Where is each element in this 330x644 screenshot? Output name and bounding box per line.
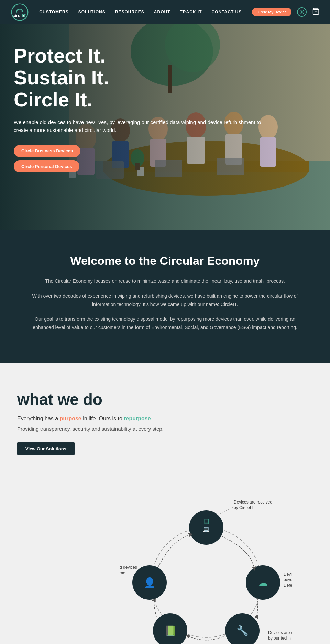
svg-text:Defense standards: Defense standards bbox=[284, 583, 292, 588]
view-solutions-button[interactable]: View Our Solutions bbox=[17, 442, 75, 455]
nav-contact-us[interactable]: CONTACT US bbox=[211, 10, 242, 14]
logo[interactable]: circle IT bbox=[10, 3, 29, 22]
svg-text:beyond Department of: beyond Department of bbox=[284, 577, 292, 582]
circle-personal-devices-button[interactable]: Circle Personal Devices bbox=[14, 160, 79, 172]
nav-track-it[interactable]: TRACK IT bbox=[180, 10, 202, 14]
cart-icon[interactable] bbox=[312, 8, 320, 17]
svg-text:🖥: 🖥 bbox=[202, 517, 210, 526]
nav-solutions[interactable]: SOLUTIONS bbox=[78, 10, 106, 14]
tagline-prefix: Everything has a bbox=[17, 416, 60, 421]
svg-text:The repurposed devices: The repurposed devices bbox=[120, 565, 137, 570]
circular-economy-para3: Our goal is to transform the existing te… bbox=[28, 315, 302, 332]
svg-text:🔧: 🔧 bbox=[236, 625, 249, 636]
header: circle IT CUSTOMERS SOLUTIONS RESOURCES … bbox=[0, 0, 330, 24]
hero-section: Protect It. Sustain It. Circle It. We en… bbox=[0, 24, 330, 230]
svg-text:by our technicians: by our technicians bbox=[268, 636, 292, 641]
hero-title: Protect It. Sustain It. Circle It. bbox=[14, 45, 316, 110]
svg-line-47 bbox=[220, 507, 234, 514]
what-we-do-tagline: Everything has a purpose in life. Ours i… bbox=[17, 414, 313, 423]
svg-text:Devices are repaired: Devices are repaired bbox=[268, 630, 292, 635]
svg-text:Devices are received: Devices are received bbox=[234, 500, 272, 505]
svg-text:💻: 💻 bbox=[203, 526, 210, 532]
circular-diagram: 🖥 💻 ☁ 🔧 📗 👤 Devices are received by Circ… bbox=[120, 483, 292, 644]
hero-subtitle: We enable old devices to have new lives,… bbox=[14, 118, 275, 134]
main-nav: CUSTOMERS SOLUTIONS RESOURCES ABOUT TRAC… bbox=[39, 10, 242, 14]
svg-text:by CircleIT: by CircleIT bbox=[234, 505, 254, 510]
svg-text:👤: 👤 bbox=[144, 577, 156, 588]
nav-resources[interactable]: RESOURCES bbox=[115, 10, 144, 14]
svg-text:have a new home: have a new home bbox=[120, 570, 125, 575]
svg-text:📗: 📗 bbox=[164, 625, 176, 636]
circular-economy-title: Welcome to the Circular Economy bbox=[28, 254, 302, 268]
header-actions: Circle My Device bbox=[252, 7, 320, 17]
svg-point-3 bbox=[301, 11, 302, 13]
circular-economy-section: Welcome to the Circular Economy The Circ… bbox=[0, 230, 330, 363]
diagram-section: 🖥 💻 ☁ 🔧 📗 👤 Devices are received by Circ… bbox=[0, 469, 330, 644]
circle-my-device-button[interactable]: Circle My Device bbox=[252, 8, 292, 16]
svg-text:☁: ☁ bbox=[258, 577, 268, 588]
what-we-do-section: what we do Everything has a purpose in l… bbox=[0, 363, 330, 469]
nav-about[interactable]: ABOUT bbox=[154, 10, 170, 14]
tagline-repurpose: repurpose bbox=[124, 416, 151, 421]
tagline-middle: in life. Ours is to bbox=[81, 416, 124, 421]
tagline-purpose: purpose bbox=[60, 416, 81, 421]
what-we-do-title: what we do bbox=[17, 390, 313, 409]
what-we-do-sub-tagline: Providing transparency, security and sus… bbox=[17, 426, 313, 432]
circle-business-devices-button[interactable]: Circle Business Devices bbox=[14, 145, 80, 157]
svg-text:Device data is erased: Device data is erased bbox=[284, 572, 292, 577]
tagline-end: . bbox=[151, 416, 152, 421]
svg-text:IT: IT bbox=[22, 13, 26, 18]
nav-customers[interactable]: CUSTOMERS bbox=[39, 10, 68, 14]
hero-content: Protect It. Sustain It. Circle It. We en… bbox=[0, 24, 330, 230]
circular-economy-para1: The Circular Economy focuses on reuse to… bbox=[28, 277, 302, 285]
circular-economy-para2: With over two decades of experience in w… bbox=[28, 292, 302, 309]
settings-icon[interactable] bbox=[297, 7, 307, 17]
hero-buttons: Circle Business Devices Circle Personal … bbox=[14, 145, 316, 172]
